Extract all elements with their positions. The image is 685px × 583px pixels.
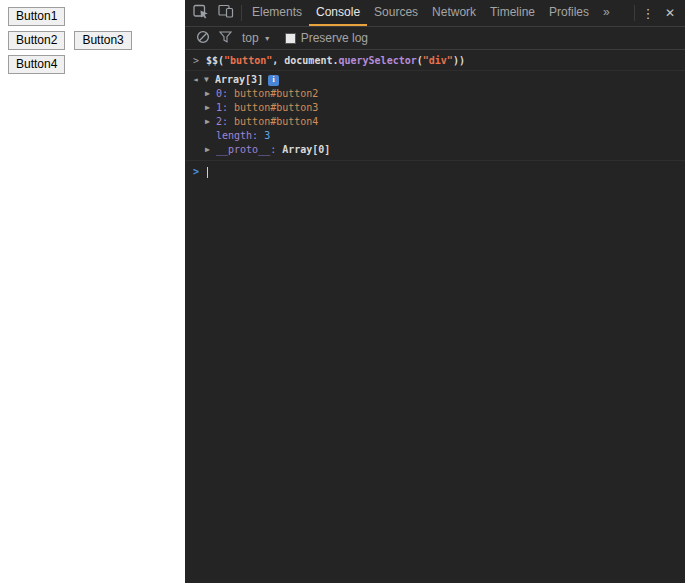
preserve-log-checkbox[interactable]: [285, 33, 296, 44]
console-toolbar: top ▼ Preserve log: [185, 27, 685, 50]
tab-network[interactable]: Network: [425, 0, 483, 26]
device-toolbar-button[interactable]: [213, 0, 238, 26]
kebab-menu-icon: ⋮: [642, 6, 655, 21]
toolbar-separator: [241, 5, 242, 21]
inspect-cursor-icon: [193, 4, 209, 23]
execution-context-label: top: [242, 31, 259, 45]
tab-elements[interactable]: Elements: [245, 0, 309, 26]
disclosure-triangle-expanded-icon[interactable]: ▼: [204, 73, 215, 87]
property-value-node: button#button2: [234, 87, 318, 101]
chevron-down-icon: ▼: [264, 35, 271, 42]
command-string-token: "div": [423, 54, 453, 68]
page-button-4[interactable]: Button4: [8, 55, 65, 74]
command-prompt-icon: >: [193, 54, 206, 68]
execution-context-selector[interactable]: top ▼: [242, 31, 271, 45]
console-result-group: ◄ ▼ Array[3] i ▶ 0: button#button2 ▶ 1: …: [185, 71, 685, 161]
inspect-element-button[interactable]: [188, 0, 213, 26]
property-key: __proto__:: [216, 143, 276, 157]
array-item-row: ▶ 2: button#button4: [185, 115, 685, 129]
filter-button[interactable]: [214, 31, 236, 46]
browser-page: Button1 Button2 Button3 Button4: [0, 0, 185, 583]
disclosure-triangle-icon[interactable]: ▶: [205, 143, 216, 157]
returned-value-arrow-icon: ◄: [193, 73, 204, 87]
property-key: 0:: [216, 87, 228, 101]
tab-console[interactable]: Console: [309, 0, 367, 26]
close-icon: ✕: [665, 6, 675, 20]
tab-sources[interactable]: Sources: [367, 0, 425, 26]
clear-console-button[interactable]: [192, 30, 214, 47]
array-item-row: ▶ 1: button#button3: [185, 101, 685, 115]
clear-console-icon: [196, 30, 210, 47]
screen: Button1 Button2 Button3 Button4: [0, 0, 685, 583]
console-output: > $$("button", document.querySelector("d…: [185, 50, 685, 583]
property-key: length:: [216, 129, 258, 143]
command-token: $$(: [206, 54, 224, 68]
console-input[interactable]: >: [185, 161, 685, 179]
live-object-info-icon[interactable]: i: [268, 75, 279, 86]
preserve-log-label[interactable]: Preserve log: [301, 31, 368, 45]
disclosure-triangle-icon[interactable]: ▶: [205, 115, 216, 129]
page-button-1[interactable]: Button1: [8, 7, 65, 26]
disclosure-triangle-icon[interactable]: ▶: [205, 101, 216, 115]
array-proto-row: ▶ __proto__: Array[0]: [185, 143, 685, 157]
property-value-number: 3: [264, 129, 270, 143]
array-length-row: length: 3: [185, 129, 685, 143]
property-key: 2:: [216, 115, 228, 129]
array-item-row: ▶ 0: button#button2: [185, 87, 685, 101]
command-token: , document.: [272, 54, 338, 68]
page-button-3[interactable]: Button3: [74, 31, 131, 50]
console-command-row: > $$("button", document.querySelector("d…: [185, 53, 685, 71]
command-method-token: querySelector: [338, 54, 416, 68]
disclosure-triangle-icon[interactable]: ▶: [205, 87, 216, 101]
property-value-node: button#button3: [234, 101, 318, 115]
device-toolbar-icon: [218, 4, 234, 22]
devtools-menu-button[interactable]: ⋮: [638, 0, 658, 26]
text-caret: [207, 167, 208, 178]
devtools-panel: Elements Console Sources Network Timelin…: [185, 0, 685, 583]
toolbar-spacer: [617, 0, 631, 26]
filter-funnel-icon: [219, 31, 232, 46]
command-string-token: "button": [224, 54, 272, 68]
button-row-3: Button4: [8, 55, 177, 74]
tab-profiles[interactable]: Profiles: [542, 0, 596, 26]
property-key: 1:: [216, 101, 228, 115]
page-button-2[interactable]: Button2: [8, 31, 65, 50]
devtools-close-button[interactable]: ✕: [658, 0, 682, 26]
property-value-object: Array[0]: [282, 143, 330, 157]
command-token: )): [453, 54, 465, 68]
tab-overflow-chevrons[interactable]: »: [596, 0, 617, 26]
console-result-row: ◄ ▼ Array[3] i: [185, 73, 685, 87]
devtools-main-toolbar: Elements Console Sources Network Timelin…: [185, 0, 685, 27]
result-array-label: Array[3]: [215, 73, 263, 87]
devtools-tabs: Elements Console Sources Network Timelin…: [245, 0, 617, 26]
button-row-1: Button1: [8, 7, 177, 26]
toolbar-separator-right: [634, 5, 635, 21]
console-input-prompt-icon: >: [193, 165, 206, 179]
property-value-node: button#button4: [234, 115, 318, 129]
button-row-2: Button2 Button3: [8, 31, 177, 50]
tab-timeline[interactable]: Timeline: [483, 0, 542, 26]
